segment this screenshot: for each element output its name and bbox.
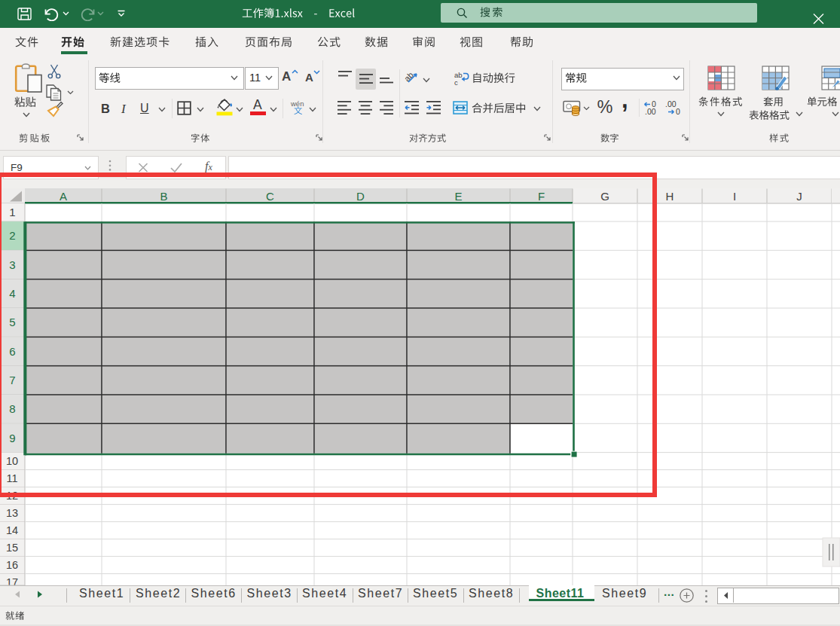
svg-text:H: H bbox=[666, 190, 674, 203]
svg-text:15: 15 bbox=[6, 542, 18, 554]
svg-text:16: 16 bbox=[6, 559, 18, 571]
svg-text:,: , bbox=[622, 95, 628, 113]
svg-text:I: I bbox=[733, 190, 736, 203]
svg-text:0: 0 bbox=[676, 107, 680, 115]
svg-text:c: c bbox=[454, 78, 458, 87]
svg-text:.00: .00 bbox=[665, 101, 677, 108]
svg-text:14: 14 bbox=[6, 524, 18, 536]
svg-text:.00: .00 bbox=[645, 107, 656, 115]
svg-text:J: J bbox=[796, 190, 802, 203]
svg-text:13: 13 bbox=[6, 507, 18, 519]
